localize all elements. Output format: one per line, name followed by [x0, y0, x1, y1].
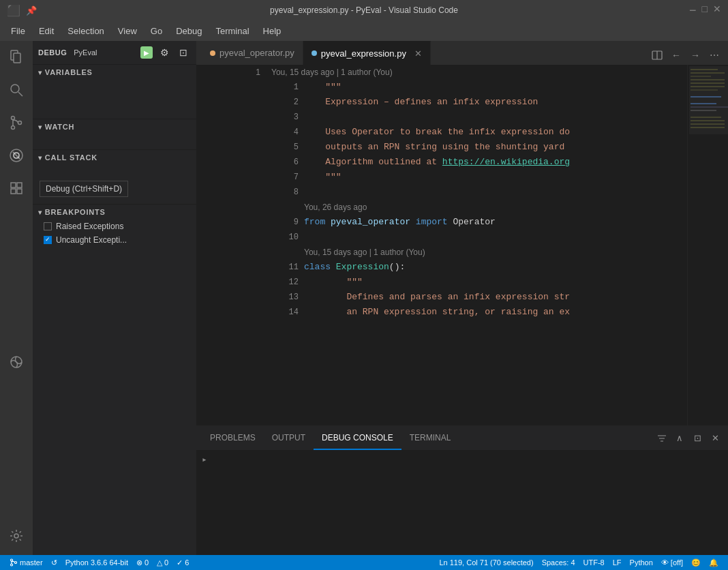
- cursor-position-label: Ln 119, Col 71 (70 selected): [439, 558, 533, 567]
- variables-header[interactable]: ▾ VARIABLES: [33, 65, 196, 80]
- uncaught-exceptions-checkbox[interactable]: [44, 236, 52, 244]
- error-count: 0: [145, 558, 149, 567]
- activitybar-extensions[interactable]: [0, 172, 33, 205]
- git-blame-1: 1 You, 15 days ago | 1 author (You): [233, 65, 687, 80]
- status-branch[interactable]: master: [5, 555, 47, 570]
- debug-play-button[interactable]: ▶: [140, 46, 153, 59]
- callstack-header[interactable]: ▾ CALL STACK: [33, 150, 196, 165]
- code-token: Expression – defines an infix expression: [304, 95, 538, 110]
- status-language[interactable]: Python: [626, 555, 657, 570]
- error-icon: ⊗: [136, 558, 142, 567]
- status-spaces[interactable]: Spaces: 4: [538, 555, 579, 570]
- menu-terminal[interactable]: Terminal: [210, 25, 254, 38]
- breakpoints-header[interactable]: ▾ BREAKPOINTS: [33, 205, 196, 220]
- code-link[interactable]: https://en.wikipedia.org: [442, 155, 570, 170]
- status-python[interactable]: Python 3.6.6 64-bit: [61, 555, 132, 570]
- svg-rect-31: [689, 66, 728, 134]
- git-blame-3: You, 15 days ago | 1 author (You): [233, 245, 687, 260]
- close-icon[interactable]: ✕: [713, 3, 721, 18]
- menu-file[interactable]: File: [5, 25, 31, 38]
- warning-count: 0: [164, 558, 168, 567]
- code-token: from: [304, 215, 331, 230]
- activitybar-scm[interactable]: [0, 106, 33, 139]
- panel-tab-problems[interactable]: PROBLEMS: [202, 426, 264, 450]
- status-errors[interactable]: ⊗ 0: [132, 555, 153, 570]
- code-editor[interactable]: 1 You, 15 days ago | 1 author (You) 1 ""…: [196, 65, 728, 425]
- debug-settings-button[interactable]: ⚙: [157, 45, 172, 60]
- more-actions-button[interactable]: ⋯: [706, 47, 723, 63]
- code-content[interactable]: 1 You, 15 days ago | 1 author (You) 1 ""…: [230, 65, 687, 425]
- activitybar-search[interactable]: [0, 74, 33, 106]
- status-encoding[interactable]: UTF-8: [579, 555, 609, 570]
- python-label: Python 3.6.6 64-bit: [65, 558, 128, 567]
- status-eye[interactable]: 👁 [off]: [657, 555, 687, 570]
- panel-tab-terminal[interactable]: TERMINAL: [401, 426, 459, 450]
- watch-header[interactable]: ▾ WATCH: [33, 119, 196, 134]
- panel: PROBLEMS OUTPUT DEBUG CONSOLE TERMINAL ∧…: [196, 425, 728, 555]
- minimap: [687, 65, 728, 425]
- code-line-2: 2 Expression – defines an infix expressi…: [233, 95, 687, 110]
- code-token: Uses Operator to break the infix express…: [304, 125, 570, 140]
- notification-icon: 🔔: [709, 558, 718, 567]
- watch-arrow: ▾: [38, 123, 42, 131]
- main-layout: Debug (Ctrl+Shift+D) DEBUG PyEval ▶ ⚙ ⊡ …: [0, 41, 728, 555]
- code-line-8: 8: [233, 185, 687, 200]
- svg-line-3: [18, 92, 22, 96]
- svg-rect-11: [17, 189, 22, 194]
- breakpoint-uncaught: Uncaught Excepti...: [33, 233, 196, 247]
- svg-rect-10: [11, 189, 16, 194]
- status-checks[interactable]: ✓ 6: [172, 555, 193, 570]
- breakpoint-raised: Raised Exceptions: [33, 220, 196, 233]
- status-smiley[interactable]: 😊: [687, 555, 705, 570]
- status-sync[interactable]: ↺: [47, 555, 61, 570]
- navigate-forward-button[interactable]: →: [687, 47, 703, 63]
- tab-close-expression[interactable]: ✕: [414, 48, 422, 59]
- menu-debug[interactable]: Debug: [170, 25, 207, 38]
- menu-view[interactable]: View: [112, 25, 142, 38]
- code-token: ():: [389, 260, 405, 275]
- code-line-3: 3: [233, 110, 687, 125]
- panel-collapse-button[interactable]: ∧: [672, 431, 687, 446]
- tabbar: pyeval_operator.py pyeval_expression.py …: [196, 41, 728, 65]
- branch-name: master: [20, 558, 43, 567]
- activitybar-settings[interactable]: [0, 520, 33, 552]
- activitybar-explorer[interactable]: [0, 41, 33, 74]
- debug-terminal-button[interactable]: ⊡: [176, 45, 191, 60]
- menu-selection[interactable]: Selection: [62, 25, 109, 38]
- navigate-back-button[interactable]: ←: [668, 47, 684, 63]
- debug-console-input[interactable]: [210, 454, 717, 464]
- line-numbers: [196, 65, 230, 425]
- menu-help[interactable]: Help: [258, 25, 287, 38]
- sidebar: DEBUG PyEval ▶ ⚙ ⊡ ▾ VARIABLES ▾ WATCH ▾: [33, 41, 196, 555]
- svg-point-33: [11, 564, 13, 566]
- menu-edit[interactable]: Edit: [33, 25, 59, 38]
- sync-icon: ↺: [51, 558, 57, 567]
- panel-filter-button[interactable]: [654, 431, 669, 446]
- status-warnings[interactable]: △ 0: [153, 555, 172, 570]
- tab-pyeval-expression[interactable]: pyeval_expression.py ✕: [303, 41, 431, 65]
- panel-tab-debug-console[interactable]: DEBUG CONSOLE: [314, 426, 401, 450]
- svg-point-13: [14, 534, 18, 538]
- panel-tab-output[interactable]: OUTPUT: [264, 426, 314, 450]
- watch-section: ▾ WATCH: [33, 119, 196, 150]
- status-line-endings[interactable]: LF: [609, 555, 626, 570]
- status-notifications[interactable]: 🔔: [705, 555, 723, 570]
- restore-icon[interactable]: □: [702, 3, 708, 18]
- activitybar-debug[interactable]: [0, 139, 33, 172]
- menu-go[interactable]: Go: [145, 25, 168, 38]
- code-token: Defines and parses an infix expression s…: [304, 290, 570, 305]
- panel-close-button[interactable]: ✕: [708, 431, 723, 446]
- raised-exceptions-label: Raised Exceptions: [56, 222, 123, 231]
- language-label: Python: [630, 558, 653, 567]
- raised-exceptions-checkbox[interactable]: [44, 222, 52, 230]
- titlebar: ⬛ 📌 pyeval_expression.py - PyEval - Visu…: [0, 0, 728, 20]
- split-editor-button[interactable]: [649, 47, 665, 63]
- code-token: an RPN expression string, or raising an …: [304, 305, 570, 320]
- variables-arrow: ▾: [38, 69, 42, 76]
- status-cursor-position[interactable]: Ln 119, Col 71 (70 selected): [435, 555, 537, 570]
- minimize-icon[interactable]: −: [689, 3, 697, 18]
- panel-maximize-button[interactable]: ⊡: [690, 431, 705, 446]
- tab-pyeval-operator[interactable]: pyeval_operator.py: [202, 41, 303, 65]
- svg-point-34: [15, 562, 17, 564]
- activitybar-remote[interactable]: [0, 346, 33, 378]
